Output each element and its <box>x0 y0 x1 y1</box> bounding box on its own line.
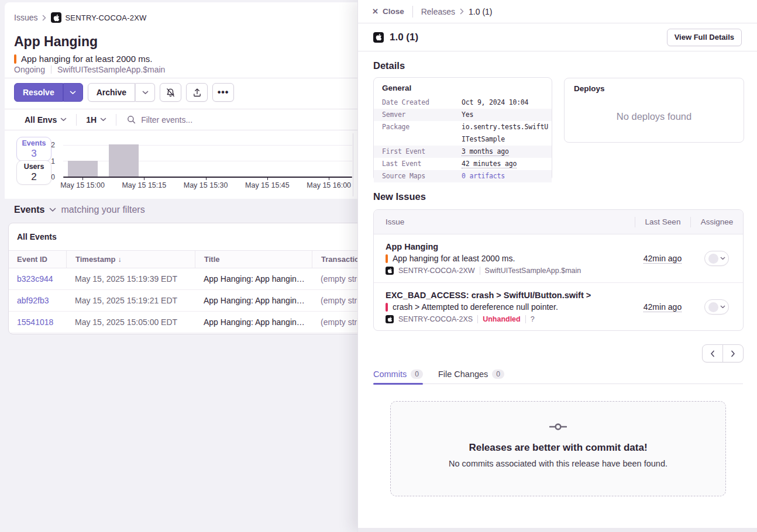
issue-meta-row: Ongoing SwiftUITestSampleApp.$main <box>14 65 165 74</box>
first-event-value: 3 months ago <box>462 147 509 156</box>
event-id-link[interactable]: abf92fb3 <box>17 296 49 305</box>
release-drawer: ✕ Close Releases 1.0 (1) 1.0 (1) View Fu… <box>357 0 757 532</box>
event-id-link[interactable]: b323c944 <box>17 274 53 284</box>
chevron-right-icon <box>460 8 464 15</box>
new-issues-table-header: Issue Last Seen Assignee <box>374 210 743 234</box>
new-issue-row[interactable]: App Hanging App hanging for at least 200… <box>374 234 743 283</box>
release-tabs: Commits 0 File Changes 0 <box>373 365 743 384</box>
previous-page-button[interactable] <box>703 345 723 362</box>
chart-x-axis: May 15 15:00May 15 15:15May 15 15:30May … <box>63 181 356 191</box>
view-full-details-button[interactable]: View Full Details <box>667 29 742 46</box>
y-axis-tick-label: 1 <box>51 157 55 165</box>
issue-title-link[interactable]: EXC_BAD_ACCESS: crash > SwiftUI/Button.s… <box>386 291 635 300</box>
tab-file-changes[interactable]: File Changes 0 <box>438 365 504 384</box>
resolve-dropdown-button[interactable] <box>63 83 83 102</box>
deploys-panel-title: Deploys <box>565 78 744 93</box>
close-label: Close <box>383 7 404 16</box>
chart-bar <box>68 161 98 177</box>
next-page-button[interactable] <box>723 345 743 362</box>
x-axis-tick-label: May 15 15:45 <box>235 181 300 189</box>
horizontal-scrollbar-track[interactable] <box>358 528 757 532</box>
commits-empty-state: Releases are better with commit data! No… <box>390 401 726 496</box>
details-heading: Details <box>373 60 405 71</box>
avatar <box>708 302 718 312</box>
page-title: App Hanging <box>14 34 98 50</box>
resolve-button[interactable]: Resolve <box>14 83 63 102</box>
avatar <box>708 254 718 264</box>
new-issue-row[interactable]: EXC_BAD_ACCESS: crash > SwiftUI/Button.s… <box>374 283 743 331</box>
apple-platform-icon <box>373 32 384 43</box>
event-title: App Hanging: App hangin… <box>195 312 312 333</box>
file-changes-count-badge: 0 <box>492 369 504 379</box>
divider <box>353 133 353 196</box>
drawer-close-button[interactable]: ✕ Close <box>372 7 404 16</box>
kv-row-source-maps: Source Maps 0 artifacts <box>374 170 552 182</box>
share-button[interactable] <box>186 83 208 102</box>
drawer-breadcrumb: Releases 1.0 (1) <box>421 7 493 16</box>
breadcrumb-project[interactable]: SENTRY-COCOA-2XW <box>51 12 146 23</box>
gridline <box>63 145 352 146</box>
chart-y-axis: 012 <box>44 145 60 180</box>
chevron-down-icon[interactable] <box>49 208 56 212</box>
events-section-header: Events matching your filters <box>14 205 145 215</box>
breadcrumb-releases-link[interactable]: Releases <box>421 7 455 16</box>
event-title: App Hanging: App hangin… <box>195 290 312 311</box>
error-level-indicator <box>14 54 16 64</box>
issue-project-slug: SENTRY-COCOA-2XS <box>398 315 473 323</box>
x-axis-tickmark <box>82 178 83 180</box>
kv-row-last-event: Last Event 42 minutes ago <box>374 158 552 170</box>
issue-title-link[interactable]: App Hanging <box>386 242 635 251</box>
events-section-subtitle: matching your filters <box>61 205 144 215</box>
source-maps-link[interactable]: 0 artifacts <box>462 172 505 180</box>
issue-message: App hanging for at least 2000 ms. <box>21 54 152 64</box>
event-id-link[interactable]: 15541018 <box>17 317 53 327</box>
column-event-id[interactable]: Event ID <box>9 255 66 264</box>
events-stat-value: 3 <box>31 148 36 160</box>
chevron-down-icon <box>720 257 725 260</box>
x-axis-tick-label: May 15 15:30 <box>174 181 238 189</box>
column-timestamp[interactable]: Timestamp ↓ <box>66 251 195 268</box>
environment-selector[interactable]: All Envs <box>5 115 76 125</box>
x-axis-tickmark <box>329 178 329 180</box>
commits-count-badge: 0 <box>411 369 423 379</box>
tab-commits[interactable]: Commits 0 <box>373 365 423 384</box>
chevron-right-icon <box>42 15 46 21</box>
issue-message: crash > Attempted to dereference null po… <box>393 302 558 312</box>
search-icon <box>127 115 136 124</box>
assignee-dropdown[interactable] <box>704 299 729 315</box>
events-stat-label: Events <box>22 139 46 147</box>
new-issues-heading: New Issues <box>373 191 426 202</box>
filter-events-input[interactable] <box>141 115 316 125</box>
users-stat-label: Users <box>24 163 44 171</box>
column-issue: Issue <box>374 217 635 226</box>
x-axis-tick-label: May 15 15:15 <box>112 181 176 189</box>
sort-descending-icon: ↓ <box>118 255 121 264</box>
commits-empty-title: Releases are better with commit data! <box>391 442 725 454</box>
issue-status: Ongoing <box>14 65 45 74</box>
apple-platform-icon <box>51 12 61 23</box>
mute-button[interactable] <box>160 83 181 102</box>
deploys-panel: Deploys No deploys found <box>564 78 744 143</box>
archive-button[interactable]: Archive <box>88 83 135 102</box>
assignee-dropdown[interactable] <box>704 251 729 266</box>
breadcrumb-release-current: 1.0 (1) <box>469 7 492 16</box>
event-timestamp: May 15, 2025 15:19:39 EDT <box>66 268 195 289</box>
sentry-issue-details-page: Issues SENTRY-COCOA-2XW App Hanging App … <box>0 0 757 532</box>
date-range-selector[interactable]: 1H <box>77 115 116 125</box>
drawer-topbar: ✕ Close Releases 1.0 (1) <box>358 0 757 23</box>
general-panel-title: General <box>374 78 552 96</box>
archive-dropdown-button[interactable] <box>135 83 155 102</box>
error-level-indicator <box>386 303 388 312</box>
release-name: 1.0 (1) <box>390 32 418 43</box>
unknown-handled-indicator: ? <box>531 315 535 323</box>
environment-selector-label: All Envs <box>25 115 57 125</box>
issue-message: App hanging for at least 2000 ms. <box>393 254 515 263</box>
chevron-down-icon <box>70 91 76 95</box>
kv-row-package: Package io.sentry.tests.SwiftUITestSampl… <box>374 121 552 146</box>
events-section-title[interactable]: Events <box>14 205 44 215</box>
breadcrumb-issues-link[interactable]: Issues <box>14 13 37 22</box>
apple-platform-icon <box>386 267 394 275</box>
kv-row-first-event: First Event 3 months ago <box>374 146 552 158</box>
more-actions-button[interactable]: ••• <box>212 83 234 102</box>
column-title[interactable]: Title <box>195 251 312 268</box>
